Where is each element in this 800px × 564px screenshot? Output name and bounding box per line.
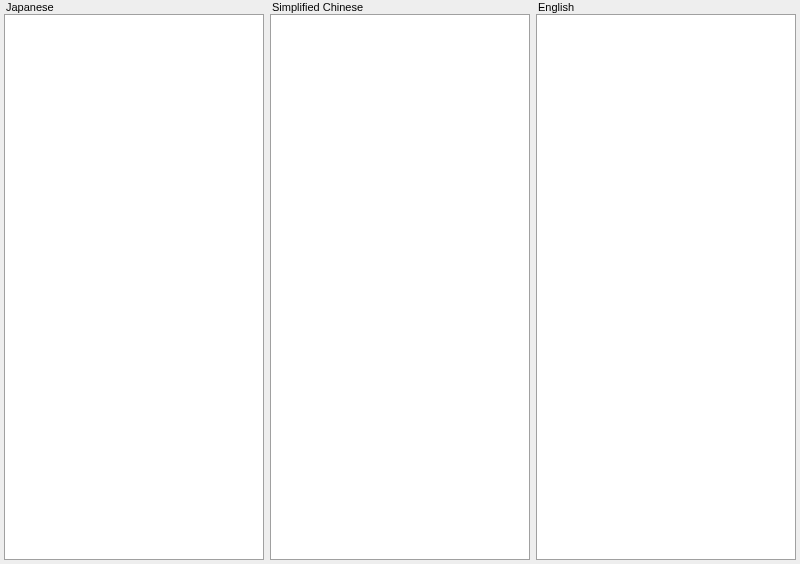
- japanese-panel: Japanese: [4, 0, 264, 560]
- japanese-panel-label: Japanese: [4, 0, 264, 14]
- simplified-chinese-panel: Simplified Chinese: [270, 0, 530, 560]
- simplified-chinese-textarea[interactable]: [270, 14, 530, 560]
- english-panel-label: English: [536, 0, 796, 14]
- translation-panels-container: Japanese Simplified Chinese English: [0, 0, 800, 564]
- japanese-textarea[interactable]: [4, 14, 264, 560]
- english-textarea[interactable]: [536, 14, 796, 560]
- english-panel: English: [536, 0, 796, 560]
- simplified-chinese-panel-label: Simplified Chinese: [270, 0, 530, 14]
